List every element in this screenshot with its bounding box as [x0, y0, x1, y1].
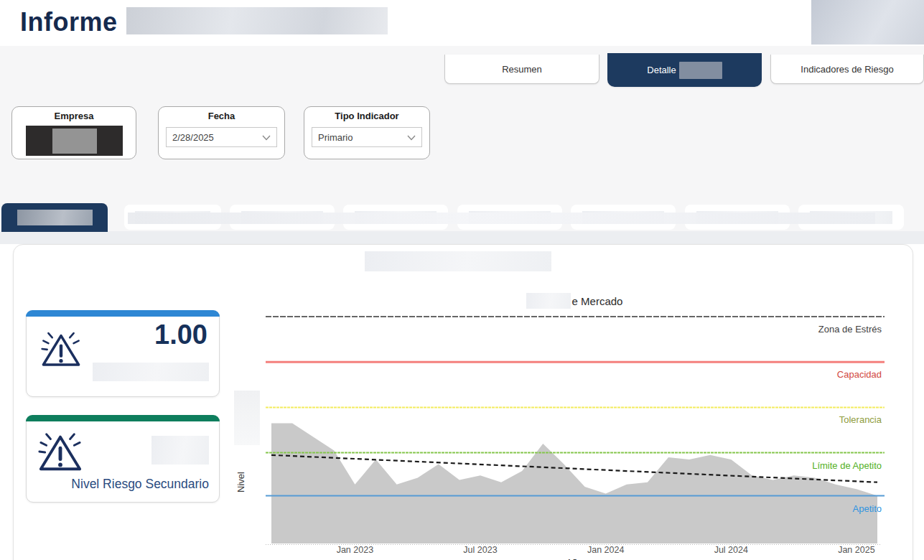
- kpi-card-nivel-riesgo-primario[interactable]: 1.00: [26, 310, 220, 397]
- redacted-kpi-value: [151, 436, 209, 465]
- redacted-y-axis-values: [234, 391, 260, 445]
- redaction-streak: [128, 213, 875, 224]
- x-tick-label: Jul 2023: [463, 545, 497, 555]
- ref-label-zona-de-estres: Zona de Estrés: [818, 324, 882, 335]
- y-axis-label: Nivel: [235, 441, 246, 493]
- chart-title-text: e Mercado: [572, 295, 623, 307]
- report-page: Informe Resumen Detalle Indicadores de R…: [0, 0, 924, 560]
- empresa-slicer-label: Empresa: [12, 111, 136, 121]
- fecha-slicer-label: Fecha: [159, 111, 284, 121]
- x-tick-label: Jan 2024: [587, 545, 624, 555]
- tipo-indicador-dropdown[interactable]: Primario: [312, 127, 422, 147]
- kpi-label: Nivel Riesgo Secundario: [67, 477, 209, 492]
- ref-label-apetito: Apetito: [853, 503, 882, 514]
- warning-icon: [35, 429, 85, 477]
- x-tick-label: Jan 2025: [838, 545, 874, 555]
- redacted-logo: [811, 0, 924, 45]
- tab-detalle[interactable]: Detalle: [607, 53, 762, 87]
- ref-label-capacidad: Capacidad: [837, 369, 882, 380]
- ref-label-limite-de-apetito: Límite de Apetito: [812, 460, 882, 471]
- ref-label-tolerancia: Tolerancia: [839, 414, 882, 425]
- redacted-kpi-label: [93, 363, 209, 381]
- fecha-dropdown[interactable]: 2/28/2025: [166, 127, 277, 147]
- redacted-title-text: [126, 7, 388, 34]
- chevron-down-icon: [262, 132, 271, 143]
- tipo-indicador-slicer: Tipo Indicador Primario: [304, 106, 430, 159]
- kpi-accent-bar: [26, 415, 220, 421]
- fecha-value: 2/28/2025: [172, 132, 214, 143]
- tipo-indicador-slicer-label: Tipo Indicador: [304, 111, 429, 121]
- redacted-sub-tab-label: [17, 210, 93, 225]
- tab-resumen-label: Resumen: [502, 64, 542, 75]
- redacted-panel-title: [365, 251, 551, 271]
- tab-indicadores-label: Indicadores de Riesgo: [801, 64, 893, 75]
- chart-title: e Mercado: [258, 293, 890, 309]
- warning-icon: [38, 328, 84, 373]
- sub-tab-selected[interactable]: [1, 203, 108, 232]
- x-tick-label: Jan 2023: [337, 545, 373, 555]
- redacted-tab-text: [679, 62, 722, 79]
- area-series: [271, 424, 877, 544]
- nivel-area-chart[interactable]: Zona de EstrésCapacidadToleranciaLímite …: [258, 313, 890, 560]
- tab-resumen[interactable]: Resumen: [444, 55, 599, 84]
- divider-band: [0, 231, 924, 244]
- page-title: Informe: [20, 7, 118, 37]
- fecha-slicer: Fecha 2/28/2025: [158, 106, 285, 159]
- empresa-value-box[interactable]: [26, 126, 123, 156]
- redacted-empresa-value: [52, 129, 97, 154]
- kpi-accent-bar: [26, 310, 220, 317]
- kpi-value: 1.00: [154, 319, 207, 350]
- empresa-slicer: Empresa: [11, 106, 136, 159]
- kpi-card-nivel-riesgo-secundario[interactable]: Nivel Riesgo Secundario: [26, 415, 220, 503]
- tipo-indicador-value: Primario: [318, 132, 353, 143]
- header: Informe: [0, 0, 924, 47]
- x-axis-title: Año: [566, 557, 582, 560]
- tab-detalle-label: Detalle: [647, 65, 676, 75]
- x-tick-label: Jul 2024: [714, 545, 748, 555]
- redacted-chart-title-prefix: [526, 293, 571, 309]
- tab-indicadores-de-riesgo[interactable]: Indicadores de Riesgo: [770, 55, 924, 84]
- chevron-down-icon: [407, 132, 416, 143]
